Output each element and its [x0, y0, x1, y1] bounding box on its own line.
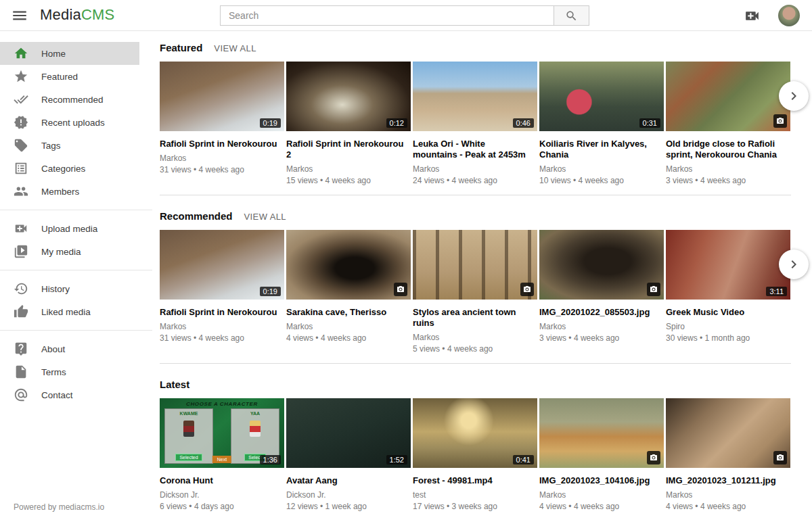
media-title[interactable]: IMG_20201023_101211.jpg: [666, 475, 790, 486]
camera-icon: [773, 114, 787, 128]
media-card[interactable]: 0:19Rafioli Sprint in NerokourouMarkos31…: [160, 62, 284, 174]
next-page-button[interactable]: [779, 249, 809, 279]
sidebar-divider: [0, 210, 152, 210]
section-divider: [160, 195, 791, 195]
media-card[interactable]: IMG_20201023_104106.jpgMarkos4 views • 4…: [539, 398, 664, 511]
media-title[interactable]: Forest - 49981.mp4: [413, 475, 537, 486]
section-featured: FeaturedVIEW ALL0:19Rafioli Sprint in Ne…: [160, 42, 812, 195]
media-author[interactable]: Markos: [160, 153, 284, 163]
sidebar-item-categories[interactable]: Categories: [0, 157, 139, 180]
sidebar-item-members[interactable]: Members: [0, 180, 139, 203]
media-card[interactable]: 0:41Forest - 49981.mp4test17 views • 3 w…: [413, 398, 537, 511]
sidebar-item-label: My media: [41, 247, 81, 257]
view-all-link[interactable]: VIEW ALL: [214, 43, 256, 53]
media-author[interactable]: Dickson Jr.: [160, 490, 284, 500]
media-thumbnail[interactable]: 0:46: [413, 62, 537, 131]
media-thumbnail[interactable]: 0:19: [160, 230, 284, 300]
sidebar-item-contact[interactable]: Contact: [0, 383, 139, 406]
sidebar-item-label: Categories: [41, 164, 85, 174]
media-title[interactable]: Rafioli Sprint in Nerokourou: [160, 139, 284, 149]
media-card[interactable]: IMG_20201022_085503.jpgMarkos3 views • 4…: [539, 230, 664, 343]
sidebar-item-upload-media[interactable]: Upload media: [0, 217, 139, 240]
media-author[interactable]: Markos: [286, 322, 411, 331]
media-thumbnail[interactable]: [539, 230, 664, 300]
upload-video-icon[interactable]: [744, 7, 761, 24]
media-thumbnail[interactable]: [539, 398, 664, 468]
sidebar-item-liked-media[interactable]: Liked media: [0, 300, 139, 323]
search-input[interactable]: [220, 5, 554, 26]
media-row: CHOOSE A CHARACTERKWAMESelectedYAASelect…: [160, 398, 792, 511]
media-author[interactable]: Markos: [286, 164, 411, 174]
sidebar-item-terms[interactable]: Terms: [0, 360, 139, 383]
media-author[interactable]: Markos: [666, 164, 790, 174]
media-thumbnail[interactable]: CHOOSE A CHARACTERKWAMESelectedYAASelect…: [160, 398, 284, 468]
media-thumbnail[interactable]: 0:12: [286, 62, 411, 131]
sidebar-item-recent-uploads[interactable]: Recent uploads: [0, 111, 139, 134]
media-card[interactable]: Stylos area ancient town ruinsMarkos5 vi…: [413, 230, 537, 354]
media-card[interactable]: IMG_20201023_101211.jpgMarkos4 views • 4…: [666, 398, 790, 511]
sidebar-item-my-media[interactable]: My media: [0, 240, 139, 263]
media-card[interactable]: 0:12Rafioli Sprint in Nerokourou 2Markos…: [286, 62, 411, 185]
media-title[interactable]: Koiliaris River in Kalyves, Chania: [539, 139, 664, 160]
media-card[interactable]: 1:52Avatar AangDickson Jr.12 views • 1 w…: [286, 398, 411, 511]
media-card[interactable]: 0:19Rafioli Sprint in NerokourouMarkos31…: [160, 230, 284, 343]
user-avatar[interactable]: [778, 5, 800, 26]
mediacms-logo[interactable]: MediaCMS: [40, 6, 114, 24]
media-title[interactable]: Greek Music Video: [666, 307, 790, 318]
media-author[interactable]: Markos: [539, 322, 664, 331]
media-meta: 30 views • 1 month ago: [666, 333, 790, 343]
media-title[interactable]: Sarakina cave, Therisso: [286, 307, 411, 318]
media-card[interactable]: 0:31Koiliaris River in Kalyves, ChaniaMa…: [539, 62, 664, 185]
media-author[interactable]: Markos: [413, 164, 537, 174]
media-card[interactable]: CHOOSE A CHARACTERKWAMESelectedYAASelect…: [160, 398, 284, 511]
media-author[interactable]: Markos: [539, 490, 664, 500]
media-title[interactable]: Corona Hunt: [160, 475, 284, 486]
media-title[interactable]: IMG_20201023_104106.jpg: [539, 475, 664, 486]
section-latest: LatestCHOOSE A CHARACTERKWAMESelectedYAA…: [160, 379, 812, 511]
media-card[interactable]: 0:46Leuka Ori - White mountains - Peak a…: [413, 62, 537, 185]
sidebar-item-label: Liked media: [41, 307, 91, 317]
view-all-link[interactable]: VIEW ALL: [244, 212, 286, 222]
media-title[interactable]: Rafioli Sprint in Nerokourou: [160, 307, 284, 318]
next-page-button[interactable]: [779, 81, 809, 111]
menu-icon[interactable]: [11, 7, 28, 24]
media-thumbnail[interactable]: 1:52: [286, 398, 411, 468]
media-title[interactable]: Stylos area ancient town ruins: [413, 307, 537, 329]
sidebar-item-history[interactable]: History: [0, 277, 139, 300]
media-title[interactable]: Rafioli Sprint in Nerokourou 2: [286, 139, 411, 160]
home-icon: [14, 46, 28, 61]
media-title[interactable]: Old bridge close to Rafioli sprint, Nero…: [666, 139, 790, 160]
media-thumbnail[interactable]: 3:11: [666, 230, 790, 300]
media-title[interactable]: IMG_20201022_085503.jpg: [539, 307, 664, 318]
media-title[interactable]: Avatar Aang: [286, 475, 411, 486]
media-author[interactable]: Dickson Jr.: [286, 490, 411, 500]
media-thumbnail[interactable]: 0:41: [413, 398, 537, 468]
sidebar-item-about[interactable]: About: [0, 337, 139, 360]
search-button[interactable]: [554, 5, 589, 26]
media-author[interactable]: Markos: [160, 322, 284, 331]
document-icon: [14, 364, 28, 379]
media-thumbnail[interactable]: 0:31: [539, 62, 664, 131]
media-author[interactable]: test: [413, 490, 537, 500]
media-card[interactable]: Old bridge close to Rafioli sprint, Nero…: [666, 62, 790, 185]
media-thumbnail[interactable]: [666, 62, 790, 131]
media-title[interactable]: Leuka Ori - White mountains - Peak at 24…: [413, 139, 537, 160]
sidebar-item-tags[interactable]: Tags: [0, 134, 139, 157]
media-thumbnail[interactable]: [666, 398, 790, 468]
sidebar-item-home[interactable]: Home: [0, 42, 139, 65]
media-thumbnail[interactable]: [413, 230, 537, 300]
media-author[interactable]: Markos: [666, 490, 790, 500]
camera-icon: [520, 283, 534, 296]
tag-icon: [14, 138, 28, 153]
sidebar-item-featured[interactable]: Featured: [0, 65, 139, 88]
media-author[interactable]: Markos: [413, 333, 537, 342]
media-author[interactable]: Markos: [539, 164, 664, 174]
media-thumbnail[interactable]: [286, 230, 411, 300]
media-card[interactable]: Sarakina cave, TherissoMarkos4 views • 4…: [286, 230, 411, 343]
video-library-icon: [14, 244, 28, 259]
media-author[interactable]: Spiro: [666, 322, 790, 331]
sidebar-item-recommended[interactable]: Recommended: [0, 88, 139, 111]
media-card[interactable]: 3:11Greek Music VideoSpiro30 views • 1 m…: [666, 230, 790, 343]
media-thumbnail[interactable]: 0:19: [160, 62, 284, 131]
sidebar-item-label: Recommended: [41, 95, 104, 105]
